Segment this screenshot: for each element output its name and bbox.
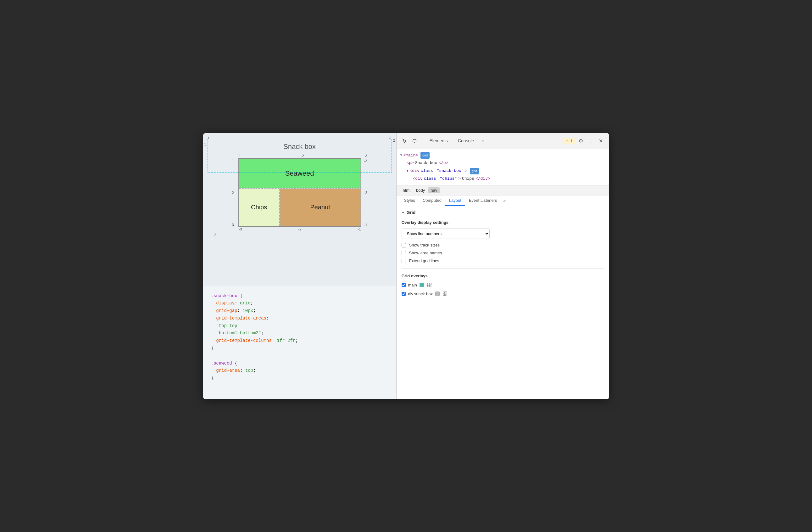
col-numbers-top: 1 2 3 bbox=[232, 154, 367, 158]
checkbox-track-sizes-input[interactable] bbox=[402, 243, 406, 248]
tab-console[interactable]: Console bbox=[453, 136, 479, 146]
col-num-2: 2 bbox=[302, 154, 304, 158]
grid-section-label: Grid bbox=[406, 210, 416, 215]
more-icon[interactable]: ⋮ bbox=[586, 137, 595, 145]
grid-overlays-section: Grid overlays main bbox=[402, 274, 604, 296]
chips-cell: Chips bbox=[239, 188, 279, 226]
dom-tree: ▼ <main> grid <p>Snack box</p> ▼ <div cl… bbox=[396, 149, 609, 186]
svg-rect-4 bbox=[427, 285, 429, 287]
code-prop-display: display bbox=[216, 300, 235, 306]
checkbox-area-names-input[interactable] bbox=[402, 251, 406, 255]
row-num-r2: -2 bbox=[364, 191, 367, 195]
overlay-snackbox-grid-icon[interactable] bbox=[442, 291, 448, 296]
dom-div-line[interactable]: ▼ <div class="snack-box"> grid bbox=[400, 167, 605, 175]
svg-rect-3 bbox=[430, 283, 431, 284]
inner-grid-wrapper: 1 2 3 1 2 3 bbox=[232, 154, 367, 231]
svg-rect-7 bbox=[445, 292, 447, 293]
code-prop-areas: grid-template-areas bbox=[216, 316, 266, 321]
breadcrumb-html[interactable]: html bbox=[400, 187, 413, 193]
device-mode-icon[interactable] bbox=[410, 137, 419, 145]
seaweed-cell: Seaweed bbox=[239, 159, 361, 188]
dom-p-line[interactable]: <p>Snack box</p> bbox=[400, 159, 605, 167]
dom-p-tag: <p> bbox=[407, 159, 414, 167]
grid-triangle: ▼ bbox=[402, 211, 405, 214]
main-content: 1 -1 2 1 Snack box 1 2 3 1 bbox=[203, 133, 609, 399]
breadcrumb-nav[interactable]: nav bbox=[428, 187, 440, 193]
outer-num-tl: 1 bbox=[207, 136, 209, 140]
overlay-snackbox-label: div.snack-box bbox=[408, 292, 433, 296]
main-tab-bar: Elements Console » bbox=[424, 136, 488, 146]
code-line-7: grid-template-columns: 1fr 2fr; bbox=[211, 337, 390, 345]
tab-elements[interactable]: Elements bbox=[424, 136, 453, 146]
col-numbers-bottom: -3 -2 -1 bbox=[232, 227, 367, 231]
code-str-top: "top top" bbox=[216, 323, 240, 328]
dom-main-triangle: ▼ bbox=[400, 152, 402, 158]
row-num-3-bottom: 3 bbox=[214, 232, 390, 236]
code-line-4: grid-template-areas: bbox=[211, 315, 390, 322]
chips-label: Chips bbox=[251, 204, 267, 211]
code-prop-area: grid-area bbox=[216, 368, 240, 373]
panel-tab-more[interactable]: » bbox=[501, 195, 508, 206]
grid-with-row-nums: 1 2 3 Seaweed bbox=[232, 158, 367, 227]
inspect-icon[interactable] bbox=[400, 137, 409, 145]
overlay-settings-title: Overlay display settings bbox=[402, 220, 604, 225]
overlay-main-swatch[interactable] bbox=[420, 283, 424, 287]
dom-main-badge: grid bbox=[420, 152, 430, 159]
dom-p-close: </p> bbox=[438, 159, 448, 167]
overlay-snackbox-checkbox[interactable] bbox=[402, 292, 406, 296]
code-line-11: grid-area: top; bbox=[211, 367, 390, 375]
overlay-main-grid-icon[interactable] bbox=[426, 282, 432, 288]
code-val-area: top bbox=[245, 368, 253, 373]
outer-num-tr2: 2 bbox=[393, 139, 395, 142]
code-line-3: grid-gap: 10px; bbox=[211, 307, 390, 315]
breadcrumbs: html body nav bbox=[396, 185, 609, 195]
panel-tabs: Styles Computed Layout Event Listeners » bbox=[396, 195, 609, 206]
dom-div-close-bracket: > bbox=[465, 167, 467, 175]
overlay-main-row: main bbox=[402, 282, 604, 288]
dom-main-tag: <main> bbox=[404, 152, 418, 159]
tab-event-listeners[interactable]: Event Listeners bbox=[465, 195, 501, 206]
line-numbers-dropdown[interactable]: Show line numbers Show track sizes Show … bbox=[402, 228, 490, 239]
breadcrumb-body[interactable]: body bbox=[414, 187, 427, 193]
svg-rect-6 bbox=[443, 292, 445, 293]
code-line-12: } bbox=[211, 375, 390, 382]
code-prop-columns: grid-template-columns bbox=[216, 338, 271, 343]
dom-chips-bracket: > bbox=[458, 175, 461, 183]
code-val-grid: grid bbox=[240, 300, 251, 306]
row-num-3: 3 bbox=[232, 223, 238, 227]
code-val-columns: 1fr 2fr bbox=[277, 338, 295, 343]
svg-rect-8 bbox=[443, 294, 445, 296]
dom-main-line[interactable]: ▼ <main> grid bbox=[400, 152, 605, 159]
code-val-gap: 10px bbox=[243, 308, 253, 313]
overlay-settings: Overlay display settings Show line numbe… bbox=[402, 220, 604, 263]
close-icon[interactable]: ✕ bbox=[597, 137, 605, 145]
warning-icon: ⚠ bbox=[565, 139, 569, 143]
toolbar-divider bbox=[422, 138, 422, 144]
dom-div-triangle: ▼ bbox=[407, 168, 408, 174]
svg-rect-0 bbox=[413, 139, 416, 142]
tab-computed[interactable]: Computed bbox=[419, 195, 445, 206]
tab-styles[interactable]: Styles bbox=[400, 195, 419, 206]
overlay-main-checkbox[interactable] bbox=[402, 283, 406, 287]
snack-box-label: Snack box bbox=[209, 143, 390, 151]
grid-section-header[interactable]: ▼ Grid bbox=[402, 210, 604, 215]
dom-chips-attr: class= bbox=[424, 175, 439, 183]
layout-panel: ▼ Grid Overlay display settings Show lin… bbox=[396, 206, 609, 399]
dom-chips-val: "chips" bbox=[440, 175, 457, 183]
left-panel: 1 -1 2 1 Snack box 1 2 3 1 bbox=[203, 133, 396, 399]
checkbox-extend-lines: Extend grid lines bbox=[402, 258, 604, 263]
warning-badge[interactable]: ⚠ 1 bbox=[563, 138, 575, 144]
settings-icon[interactable]: ⚙ bbox=[577, 137, 585, 145]
snack-grid: Seaweed Chips Peanut bbox=[238, 158, 361, 227]
code-class-seaweed: .seaweed bbox=[211, 361, 232, 366]
checkbox-extend-lines-input[interactable] bbox=[402, 259, 406, 263]
tab-layout[interactable]: Layout bbox=[445, 195, 465, 206]
peanut-label: Peanut bbox=[310, 204, 330, 211]
dom-chips-line[interactable]: <div class="chips">Chips</div> bbox=[400, 175, 605, 183]
checkbox-track-sizes: Show track sizes bbox=[402, 243, 604, 248]
code-line-1: .snack-box { bbox=[211, 292, 390, 300]
col-num-1: 1 bbox=[239, 154, 241, 158]
tab-more[interactable]: » bbox=[479, 136, 488, 146]
dom-div-badge: grid bbox=[470, 168, 479, 174]
overlay-snackbox-swatch[interactable] bbox=[435, 292, 440, 296]
